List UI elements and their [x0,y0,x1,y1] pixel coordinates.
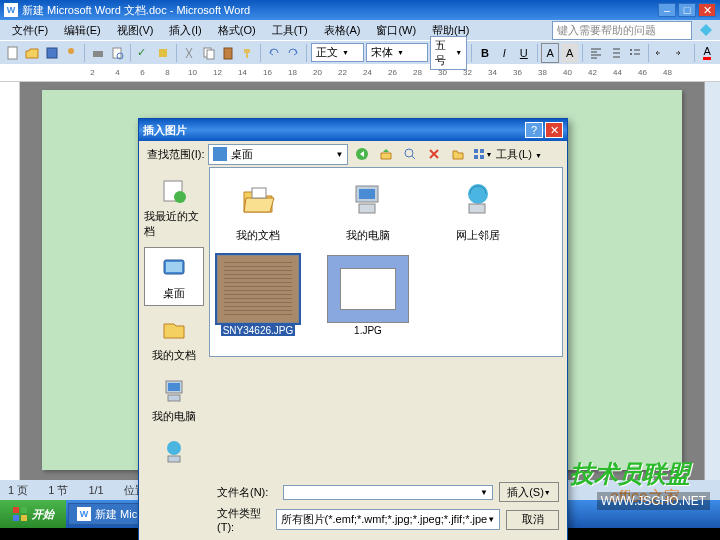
underline-icon[interactable]: U [515,43,532,63]
vertical-ruler[interactable] [0,82,20,480]
start-button[interactable]: 开始 [0,500,66,528]
tools-menu[interactable]: 工具(L) ▼ [496,147,541,162]
spellcheck-icon[interactable]: ✓ [135,43,152,63]
views-icon[interactable]: ▼ [472,144,492,164]
recent-docs-icon [158,175,190,207]
ruler-tick: 26 [380,68,405,77]
svg-rect-1 [47,48,57,58]
increase-indent-icon[interactable] [672,43,689,63]
bold-icon[interactable]: B [476,43,493,63]
filename-field[interactable]: ▼ [283,485,493,500]
image-thumbnail [327,255,409,323]
svg-text:✓: ✓ [137,46,146,58]
up-icon[interactable] [376,144,396,164]
folder-item-network[interactable]: 网上邻居 [438,176,518,243]
maximize-button[interactable]: □ [678,3,696,17]
italic-icon[interactable]: I [496,43,513,63]
file-list-area[interactable]: 我的文档 我的电脑 网上邻居 SNY34626.JPG 1. [209,167,563,357]
back-icon[interactable] [352,144,372,164]
decrease-indent-icon[interactable] [653,43,670,63]
print-preview-icon[interactable] [108,43,125,63]
svg-rect-19 [474,149,478,153]
dialog-close-button[interactable]: ✕ [545,122,563,138]
char-border-icon[interactable]: A [541,43,558,63]
cancel-button[interactable]: 取消 [506,510,559,530]
size-selector[interactable]: 五号▼ [430,36,468,70]
svg-rect-14 [21,507,27,513]
menu-window[interactable]: 窗口(W) [368,21,424,40]
cut-icon[interactable] [180,43,197,63]
app-titlebar: W 新建 Microsoft Word 文档.doc - Microsoft W… [0,0,720,20]
redo-icon[interactable] [285,43,302,63]
sidebar-item-mydocs[interactable]: 我的文档 [144,310,204,367]
new-doc-icon[interactable] [4,43,21,63]
folder-open-icon [234,176,282,224]
horizontal-ruler[interactable]: 2 4 6 8 10 12 14 16 18 20 22 24 26 28 30… [0,64,720,82]
status-page-of: 1/1 [88,484,103,496]
font-selector[interactable]: 宋体▼ [366,43,428,62]
help-search-box[interactable]: 键入需要帮助的问题 [552,21,692,40]
msn-icon[interactable] [696,20,716,40]
sidebar-item-network[interactable] [144,432,204,474]
lookin-combo[interactable]: 桌面 ▼ [208,144,348,165]
menu-edit[interactable]: 编辑(E) [56,21,109,40]
word-icon: W [77,507,91,521]
watermark-text-1: 技术员联盟 [570,458,690,490]
ruler-tick: 8 [155,68,180,77]
svg-rect-35 [359,204,375,213]
research-icon[interactable] [154,43,171,63]
ruler-tick: 30 [430,68,455,77]
delete-icon[interactable] [424,144,444,164]
sidebar-item-desktop[interactable]: 桌面 [144,247,204,306]
font-color-icon[interactable]: A [698,43,715,63]
ruler-tick: 36 [505,68,530,77]
sidebar-item-mycomputer[interactable]: 我的电脑 [144,371,204,428]
align-left-icon[interactable] [587,43,604,63]
sidebar-item-label: 我的电脑 [152,409,196,424]
dialog-places-bar: 我最近的文档 桌面 我的文档 我的电脑 [139,167,209,478]
file-item[interactable]: 1.JPG [328,255,408,336]
svg-rect-28 [168,383,180,391]
ruler-tick: 10 [180,68,205,77]
desktop-icon [158,252,190,284]
folder-item-mycomputer[interactable]: 我的电脑 [328,176,408,243]
insert-button[interactable]: 插入(S) ▼ [499,482,559,502]
svg-point-36 [468,184,488,204]
computer-icon [344,176,392,224]
paste-icon[interactable] [219,43,236,63]
menu-table[interactable]: 表格(A) [316,21,369,40]
numbering-icon[interactable] [607,43,624,63]
sidebar-item-recent[interactable]: 我最近的文档 [144,171,204,243]
menu-tools[interactable]: 工具(T) [264,21,316,40]
menu-view[interactable]: 视图(V) [109,21,162,40]
filetype-field[interactable]: 所有图片(*.emf;*.wmf;*.jpg;*.jpeg;*.jfif;*.j… [276,509,501,530]
menu-format[interactable]: 格式(O) [210,21,264,40]
permissions-icon[interactable] [62,43,79,63]
vertical-scrollbar[interactable] [704,82,720,480]
word-app-icon: W [4,3,18,17]
char-shading-icon[interactable]: A [561,43,578,63]
file-item-selected[interactable]: SNY34626.JPG [218,255,298,336]
minimize-button[interactable]: – [658,3,676,17]
ruler-tick: 14 [230,68,255,77]
folder-item-mydocs[interactable]: 我的文档 [218,176,298,243]
menu-insert[interactable]: 插入(I) [161,21,209,40]
close-button[interactable]: ✕ [698,3,716,17]
search-web-icon[interactable] [400,144,420,164]
undo-icon[interactable] [265,43,282,63]
dialog-help-button[interactable]: ? [525,122,543,138]
svg-point-11 [630,49,632,51]
format-painter-icon[interactable] [239,43,256,63]
dialog-titlebar[interactable]: 插入图片 ? ✕ [139,119,567,141]
ruler-tick: 18 [280,68,305,77]
menu-file[interactable]: 文件(F) [4,21,56,40]
bullets-icon[interactable] [626,43,643,63]
open-icon[interactable] [23,43,40,63]
start-label: 开始 [32,507,54,522]
save-icon[interactable] [43,43,60,63]
print-icon[interactable] [89,43,106,63]
style-selector[interactable]: 正文▼ [311,43,364,62]
copy-icon[interactable] [200,43,217,63]
file-item-label: 我的电脑 [346,228,390,243]
new-folder-icon[interactable] [448,144,468,164]
